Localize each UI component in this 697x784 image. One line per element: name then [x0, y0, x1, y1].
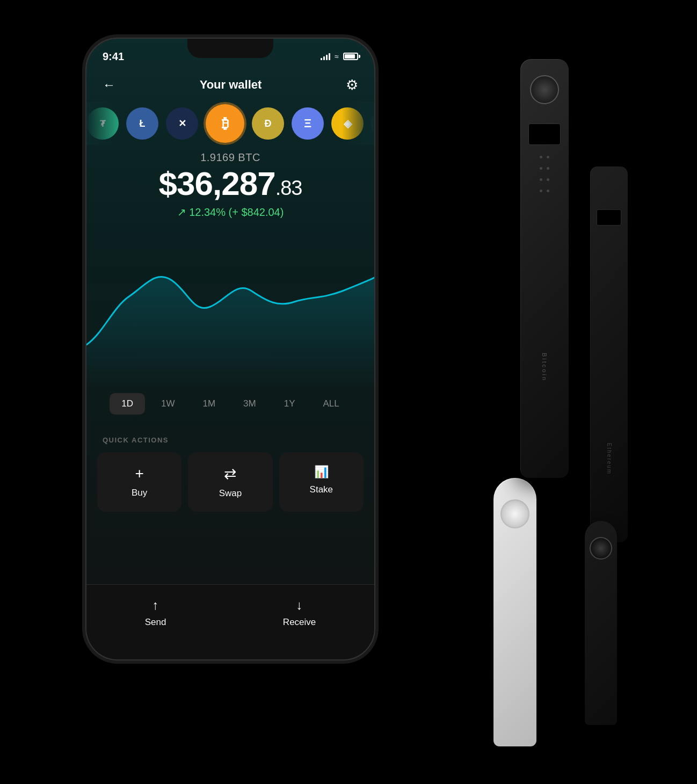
- phone-screen: 9:41 ≈ ← Your wallet: [86, 39, 374, 659]
- stake-button[interactable]: 📊 Stake: [279, 452, 364, 512]
- wifi-icon: ≈: [335, 52, 339, 61]
- coin-dogecoin[interactable]: Ð: [252, 107, 284, 140]
- send-button[interactable]: ↑ Send: [145, 598, 166, 628]
- price-chart: [86, 237, 374, 388]
- balance-usd-cents: .83: [275, 177, 302, 199]
- stake-label: Stake: [310, 484, 333, 495]
- hw-wallet-nano-x: Bitcoin: [520, 59, 569, 478]
- balance-usd: $36,287.83: [86, 167, 374, 200]
- balance-btc: 1.9169 BTC: [86, 151, 374, 164]
- stake-icon: 📊: [314, 465, 329, 479]
- time-filter-1w[interactable]: 1W: [149, 393, 187, 415]
- coin-carousel: ◯ ₮ Ł ✕ ₿ Ð Ξ ◈ A: [86, 102, 374, 145]
- time-filter-1y[interactable]: 1Y: [272, 393, 307, 415]
- time-filter-all[interactable]: ALL: [311, 393, 351, 415]
- scene: 9:41 ≈ ← Your wallet: [53, 16, 644, 768]
- hw-wallet-btc-label: Bitcoin: [541, 353, 548, 382]
- coin-litecoin[interactable]: Ł: [126, 107, 158, 140]
- time-filter-1d[interactable]: 1D: [110, 393, 145, 415]
- balance-change-usd: (+ $842.04): [229, 206, 284, 218]
- phone: 9:41 ≈ ← Your wallet: [85, 38, 375, 660]
- page-title: Your wallet: [200, 78, 262, 92]
- coin-bitcoin[interactable]: ₿: [206, 104, 244, 143]
- chart-svg: [86, 237, 374, 388]
- swap-icon: ⇄: [224, 465, 236, 483]
- hw-wallet-nano-s-white: [493, 478, 536, 746]
- hw-wallet-menu-dots: [540, 156, 549, 192]
- coin-fade-right: [342, 102, 374, 145]
- bottom-bar: ↑ Send ↓ Receive: [86, 584, 374, 659]
- time-filter-1m[interactable]: 1M: [191, 393, 227, 415]
- buy-icon: +: [135, 465, 143, 482]
- send-icon: ↑: [153, 598, 159, 613]
- hw-wallet-eth-label: Ethereum: [606, 443, 612, 475]
- send-label: Send: [145, 617, 166, 628]
- balance-usd-main: $36,287: [159, 165, 275, 202]
- time-filters: 1D 1W 1M 3M 1Y ALL: [86, 393, 374, 415]
- hw-wallet-nano-small: [585, 521, 617, 725]
- status-time: 9:41: [103, 50, 124, 63]
- buy-button[interactable]: + Buy: [97, 452, 181, 512]
- hw-wallet-slim-screen: [597, 209, 621, 226]
- coin-ethereum[interactable]: Ξ: [292, 107, 324, 140]
- buy-label: Buy: [132, 488, 147, 498]
- coin-fade-left: [86, 102, 119, 145]
- coin-xrp[interactable]: ✕: [166, 107, 198, 140]
- swap-button[interactable]: ⇄ Swap: [188, 452, 272, 512]
- swap-label: Swap: [219, 488, 242, 499]
- balance-change: ↗ 12.34% (+ $842.04): [86, 206, 374, 219]
- hw-wallet-slim: Ethereum: [590, 166, 628, 542]
- signal-icon: [321, 53, 330, 60]
- time-filter-3m[interactable]: 3M: [231, 393, 268, 415]
- hw-wallet-screen-main: [528, 124, 561, 145]
- battery-icon: [343, 53, 358, 60]
- quick-actions: + Buy ⇄ Swap 📊 Stake: [97, 452, 364, 512]
- quick-actions-label: QUICK ACTIONS: [103, 436, 169, 444]
- app-header: ← Your wallet ⚙: [86, 68, 374, 102]
- status-icons: ≈: [321, 52, 358, 61]
- receive-label: Receive: [283, 617, 316, 628]
- back-button[interactable]: ←: [103, 77, 115, 92]
- balance-section: 1.9169 BTC $36,287.83 ↗ 12.34% (+ $842.0…: [86, 151, 374, 219]
- notch: [187, 39, 273, 58]
- settings-button[interactable]: ⚙: [346, 77, 358, 93]
- receive-icon: ↓: [296, 598, 303, 613]
- receive-button[interactable]: ↓ Receive: [283, 598, 316, 628]
- balance-change-pct: ↗ 12.34%: [177, 206, 226, 218]
